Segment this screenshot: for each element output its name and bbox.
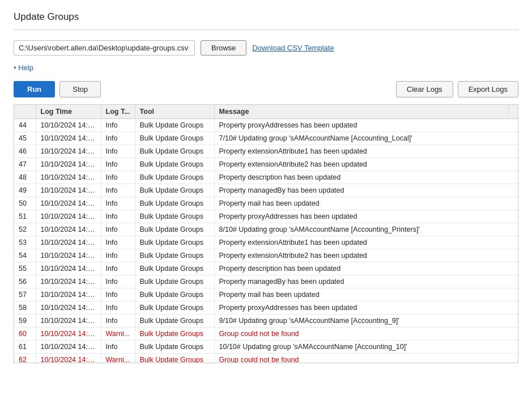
cell-logtype: Info — [101, 301, 135, 314]
cell-logtype: Info — [101, 119, 135, 132]
cell-logtime: 10/10/2024 14:4... — [36, 314, 101, 328]
cell-logtype: Info — [101, 145, 135, 158]
table-row: 5010/10/2024 14:4...InfoBulk Update Grou… — [14, 197, 518, 210]
cell-num: 52 — [14, 223, 36, 236]
cell-tool: Bulk Update Groups — [135, 341, 214, 354]
cell-num: 47 — [14, 158, 36, 171]
cell-message: Group could not be found — [214, 328, 518, 341]
table-scroll-area[interactable]: 4410/10/2024 14:4...InfoBulk Update Grou… — [14, 119, 518, 363]
cell-logtype: Info — [101, 184, 135, 197]
cell-num: 56 — [14, 275, 36, 288]
cell-logtime: 10/10/2024 14:4... — [36, 354, 101, 363]
cell-logtime: 10/10/2024 14:4... — [36, 210, 101, 223]
log-tbody: 4410/10/2024 14:4...InfoBulk Update Grou… — [14, 119, 518, 363]
cell-num: 53 — [14, 236, 36, 249]
run-button[interactable]: Run — [14, 81, 55, 97]
cell-tool: Bulk Update Groups — [135, 328, 214, 341]
cell-message: Property proxyAddresses has been updated — [214, 210, 518, 223]
file-row: Browse Download CSV Template — [14, 40, 518, 56]
cell-message: 10/10# Updating group 'sAMAccountName [A… — [214, 341, 518, 354]
cell-logtype: Info — [101, 249, 135, 262]
cell-tool: Bulk Update Groups — [135, 132, 214, 145]
log-table-body-table: 4410/10/2024 14:4...InfoBulk Update Grou… — [14, 119, 518, 363]
help-link[interactable]: Help — [14, 63, 33, 72]
cell-num: 49 — [14, 184, 36, 197]
cell-logtype: Info — [101, 275, 135, 288]
cell-tool: Bulk Update Groups — [135, 184, 214, 197]
cell-message: Property extensionAttribute1 has been up… — [214, 236, 518, 249]
cell-num: 57 — [14, 288, 36, 301]
cell-logtime: 10/10/2024 14:4... — [36, 275, 101, 288]
cell-logtype: Info — [101, 288, 135, 301]
clear-logs-button[interactable]: Clear Logs — [396, 81, 453, 97]
cell-tool: Bulk Update Groups — [135, 288, 214, 301]
export-logs-button[interactable]: Export Logs — [458, 81, 518, 97]
cell-tool: Bulk Update Groups — [135, 158, 214, 171]
cell-message: Property mail has been updated — [214, 197, 518, 210]
cell-message: Property managedBy has been updated — [214, 184, 518, 197]
toolbar-left: Run Stop — [14, 81, 101, 97]
scroll-col-header — [509, 105, 518, 119]
cell-tool: Bulk Update Groups — [135, 314, 214, 328]
cell-message: Property extensionAttribute2 has been up… — [214, 249, 518, 262]
cell-num: 60 — [14, 328, 36, 341]
help-row: Help — [14, 63, 518, 72]
table-row: 5710/10/2024 14:4...InfoBulk Update Grou… — [14, 288, 518, 301]
cell-logtime: 10/10/2024 14:4... — [36, 119, 101, 132]
browse-button[interactable]: Browse — [201, 40, 246, 56]
cell-num: 61 — [14, 341, 36, 354]
cell-tool: Bulk Update Groups — [135, 249, 214, 262]
stop-button[interactable]: Stop — [59, 81, 101, 97]
cell-num: 50 — [14, 197, 36, 210]
cell-logtime: 10/10/2024 14:4... — [36, 132, 101, 145]
cell-tool: Bulk Update Groups — [135, 197, 214, 210]
cell-tool: Bulk Update Groups — [135, 236, 214, 249]
table-row: 6210/10/2024 14:4...Warni...Bulk Update … — [14, 354, 518, 363]
download-csv-template-link[interactable]: Download CSV Template — [252, 44, 334, 52]
cell-message: Property mail has been updated — [214, 288, 518, 301]
cell-logtype: Info — [101, 132, 135, 145]
cell-num: 51 — [14, 210, 36, 223]
cell-tool: Bulk Update Groups — [135, 171, 214, 184]
table-row: 4810/10/2024 14:4...InfoBulk Update Grou… — [14, 171, 518, 184]
cell-num: 58 — [14, 301, 36, 314]
table-row: 5810/10/2024 14:4...InfoBulk Update Grou… — [14, 301, 518, 314]
cell-logtime: 10/10/2024 14:4... — [36, 223, 101, 236]
cell-logtype: Info — [101, 171, 135, 184]
cell-logtype: Info — [101, 236, 135, 249]
cell-logtime: 10/10/2024 14:4... — [36, 197, 101, 210]
table-row: 5510/10/2024 14:4...InfoBulk Update Grou… — [14, 262, 518, 275]
table-row: 4410/10/2024 14:4...InfoBulk Update Grou… — [14, 119, 518, 132]
table-row: 5310/10/2024 14:4...InfoBulk Update Grou… — [14, 236, 518, 249]
col-header-num — [14, 105, 36, 119]
table-row: 4910/10/2024 14:4...InfoBulk Update Grou… — [14, 184, 518, 197]
cell-logtime: 10/10/2024 14:4... — [36, 341, 101, 354]
log-table-wrapper: Log Time Log T... Tool Message 4410/ — [14, 104, 518, 363]
table-header: Log Time Log T... Tool Message — [14, 105, 518, 119]
cell-logtime: 10/10/2024 14:4... — [36, 184, 101, 197]
cell-message: Property proxyAddresses has been updated — [214, 119, 518, 132]
cell-logtype: Info — [101, 210, 135, 223]
page-title: Update Groups — [14, 11, 518, 30]
cell-num: 46 — [14, 145, 36, 158]
cell-logtype: Info — [101, 197, 135, 210]
cell-num: 44 — [14, 119, 36, 132]
cell-message: Property managedBy has been updated — [214, 275, 518, 288]
cell-num: 45 — [14, 132, 36, 145]
table-row: 6110/10/2024 14:4...InfoBulk Update Grou… — [14, 341, 518, 354]
cell-tool: Bulk Update Groups — [135, 119, 214, 132]
cell-message: Property description has been updated — [214, 171, 518, 184]
cell-tool: Bulk Update Groups — [135, 275, 214, 288]
table-row: 4510/10/2024 14:4...InfoBulk Update Grou… — [14, 132, 518, 145]
table-row: 4610/10/2024 14:4...InfoBulk Update Grou… — [14, 145, 518, 158]
cell-logtype: Info — [101, 341, 135, 354]
cell-tool: Bulk Update Groups — [135, 210, 214, 223]
log-table: Log Time Log T... Tool Message — [14, 105, 518, 119]
cell-logtime: 10/10/2024 14:4... — [36, 171, 101, 184]
cell-logtype: Warni... — [101, 328, 135, 341]
file-path-input[interactable] — [14, 40, 195, 56]
cell-num: 54 — [14, 249, 36, 262]
col-header-tool: Tool — [135, 105, 214, 119]
cell-message: Property description has been updated — [214, 262, 518, 275]
cell-message: Property proxyAddresses has been updated — [214, 301, 518, 314]
